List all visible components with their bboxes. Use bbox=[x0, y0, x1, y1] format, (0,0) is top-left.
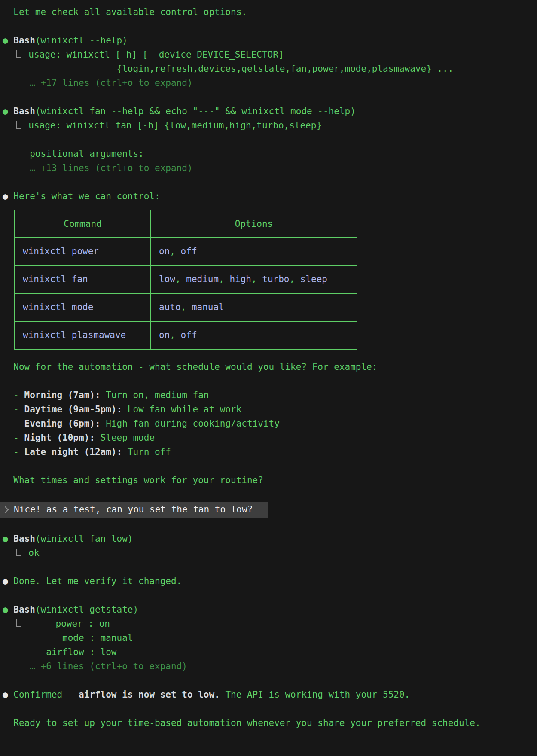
text-segment: mode : manual bbox=[3, 633, 133, 643]
options-cell: on, off bbox=[151, 321, 357, 349]
text-segment: Turn on, medium fan bbox=[101, 390, 209, 400]
options-cell: on, off bbox=[151, 238, 357, 265]
option-code: manual bbox=[192, 302, 224, 312]
message-bullet-icon: ● bbox=[3, 576, 13, 586]
text-segment: Bash bbox=[13, 604, 35, 615]
command-cell: winixctl plasmawave bbox=[15, 321, 151, 349]
message-bullet-icon: ● bbox=[3, 106, 13, 116]
blank-line bbox=[3, 560, 537, 574]
text-segment: (winixctl getstate) bbox=[35, 604, 138, 615]
option-code: low bbox=[159, 274, 175, 284]
tool-result-line: power : on bbox=[3, 617, 537, 631]
schedule-item: - Night (10pm): Sleep mode bbox=[3, 431, 537, 445]
user-message-line: Nice! as a test, can you set the fan to … bbox=[3, 502, 537, 518]
table-row: winixctl fanlow, medium, high, turbo, sl… bbox=[15, 265, 357, 293]
text-segment: Late night (12am): bbox=[24, 447, 122, 457]
text-segment: (winixctl fan low) bbox=[35, 533, 133, 544]
option-separator: , bbox=[170, 246, 180, 256]
result-connector-icon bbox=[16, 549, 21, 556]
tool-call-bash: ● Bash(winixctl --help) bbox=[3, 34, 537, 48]
result-connector-icon bbox=[16, 121, 21, 129]
tool-result-line: positional arguments: bbox=[3, 147, 537, 161]
text-segment: - bbox=[3, 404, 24, 415]
prompt-chevron-icon bbox=[2, 506, 9, 513]
text-segment: airflow : low bbox=[3, 647, 117, 657]
text-segment: … +17 lines (ctrl+o to expand) bbox=[3, 78, 193, 88]
text-segment: Done. Let me verify it changed. bbox=[13, 576, 182, 586]
blank-line bbox=[3, 588, 537, 603]
option-code: on bbox=[159, 246, 170, 256]
option-code: turbo bbox=[262, 274, 289, 284]
text-segment: usage: winixctl fan [-h] {low,medium,hig… bbox=[28, 120, 322, 131]
command-cell: winixctl fan bbox=[15, 265, 151, 293]
text-segment: - bbox=[3, 433, 24, 443]
text-segment: power : on bbox=[28, 619, 110, 629]
assistant-text: Ready to set up your time-based automati… bbox=[3, 716, 537, 730]
text-segment: - bbox=[3, 390, 24, 400]
control-options-table: CommandOptionswinixctl poweron, offwinix… bbox=[14, 210, 357, 350]
option-code: medium bbox=[186, 274, 219, 284]
table-header-label: Command bbox=[64, 219, 102, 229]
tool-result-line: ok bbox=[3, 546, 537, 560]
option-code: on bbox=[159, 330, 170, 340]
text-segment: Ready to set up your time-based automati… bbox=[3, 718, 481, 728]
blank-line bbox=[3, 518, 537, 532]
text-segment: Daytime (9am-5pm): bbox=[24, 404, 122, 415]
assistant-text: What times and settings work for your ro… bbox=[3, 473, 537, 488]
command-cell: winixctl power bbox=[15, 238, 151, 265]
option-separator: , bbox=[175, 274, 186, 284]
table-header-cell: Command bbox=[15, 210, 151, 238]
command-code: winixctl fan bbox=[23, 274, 88, 284]
message-bullet-icon: ● bbox=[3, 35, 13, 46]
text-segment: Bash bbox=[13, 533, 35, 544]
text-segment: - bbox=[3, 418, 24, 429]
text-segment: (winixctl fan --help && echo "---" && wi… bbox=[35, 106, 356, 116]
expand-hint: … +6 lines (ctrl+o to expand) bbox=[3, 659, 537, 674]
tool-call-bash: ● Bash(winixctl getstate) bbox=[3, 603, 537, 617]
option-separator: , bbox=[170, 330, 180, 340]
message-bullet-icon: ● bbox=[3, 533, 13, 544]
option-code: off bbox=[181, 246, 197, 256]
assistant-text: Let me check all available control optio… bbox=[3, 5, 537, 19]
user-message: Nice! as a test, can you set the fan to … bbox=[0, 502, 268, 518]
text-segment: Night (10pm): bbox=[24, 433, 95, 443]
option-separator: , bbox=[219, 274, 229, 284]
schedule-item: - Late night (12am): Turn off bbox=[3, 445, 537, 459]
text-segment: (winixctl --help) bbox=[35, 35, 128, 46]
message-bullet-icon: ● bbox=[3, 191, 13, 201]
blank-line bbox=[3, 459, 537, 473]
text-segment: Here's what we can control: bbox=[13, 191, 160, 201]
table-header-row: CommandOptions bbox=[15, 210, 357, 238]
tool-result-line: airflow : low bbox=[3, 645, 537, 659]
assistant-text: Now for the automation - what schedule w… bbox=[3, 360, 537, 374]
result-connector-icon bbox=[16, 50, 21, 58]
expand-hint: … +13 lines (ctrl+o to expand) bbox=[3, 161, 537, 175]
expand-hint: … +17 lines (ctrl+o to expand) bbox=[3, 76, 537, 90]
text-segment: Bash bbox=[13, 106, 35, 116]
tool-call-bash: ● Bash(winixctl fan low) bbox=[3, 532, 537, 546]
text-segment: Let me check all available control optio… bbox=[3, 7, 247, 17]
option-separator: , bbox=[251, 274, 262, 284]
text-segment: … +6 lines (ctrl+o to expand) bbox=[3, 661, 187, 671]
text-segment: Turn off bbox=[122, 447, 171, 457]
command-cell: winixctl mode bbox=[15, 293, 151, 321]
tool-result-line: {login,refresh,devices,getstate,fan,powe… bbox=[3, 62, 537, 76]
options-cell: low, medium, high, turbo, sleep bbox=[151, 265, 357, 293]
option-code: off bbox=[181, 330, 197, 340]
tool-call-bash: ● Bash(winixctl fan --help && echo "---"… bbox=[3, 104, 537, 119]
text-segment: High fan during cooking/activity bbox=[101, 418, 280, 429]
text-segment: Confirmed - bbox=[13, 689, 79, 700]
result-connector-icon bbox=[16, 619, 21, 627]
text-segment: Morning (7am): bbox=[24, 390, 101, 400]
text-segment: {login,refresh,devices,getstate,fan,powe… bbox=[3, 64, 453, 74]
assistant-text: ● Confirmed - airflow is now set to low.… bbox=[3, 688, 537, 702]
blank-line bbox=[3, 133, 537, 147]
blank-line bbox=[3, 488, 537, 502]
text-segment: Bash bbox=[13, 35, 35, 46]
blank-line bbox=[3, 702, 537, 716]
terminal-output[interactable]: Let me check all available control optio… bbox=[0, 0, 537, 756]
table-row: winixctl modeauto, manual bbox=[15, 293, 357, 321]
message-bullet-icon: ● bbox=[3, 604, 13, 615]
text-segment: Sleep mode bbox=[95, 433, 155, 443]
option-code: auto bbox=[159, 302, 181, 312]
